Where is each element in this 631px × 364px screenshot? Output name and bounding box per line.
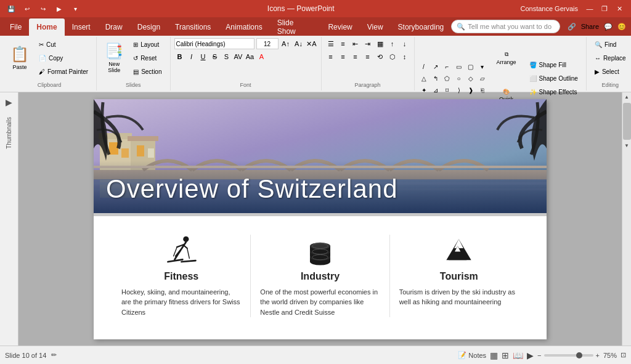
tab-view[interactable]: View xyxy=(360,18,391,36)
section-button[interactable]: ▤ Section xyxy=(129,65,166,78)
copy-button[interactable]: 📄 Copy xyxy=(35,52,92,64)
line-spacing-button[interactable]: ↕ xyxy=(399,51,410,62)
new-slide-button[interactable]: 📑 New Slide xyxy=(100,38,128,78)
font-name-input[interactable] xyxy=(174,38,254,49)
minimize-button[interactable]: — xyxy=(583,2,596,15)
share-button[interactable]: 🔗 xyxy=(568,23,576,31)
shape-diamond[interactable]: ◇ xyxy=(465,73,476,84)
strikethrough-button[interactable]: S xyxy=(210,51,221,62)
shape-line[interactable]: / xyxy=(418,61,429,72)
arrange-button[interactable]: ⧉ Arrange xyxy=(491,38,523,78)
select-button[interactable]: ▶ Select xyxy=(590,65,630,78)
expand-panel-button[interactable]: ▶ xyxy=(6,97,12,107)
zoom-in-button[interactable]: + xyxy=(596,352,600,359)
tab-home[interactable]: Home xyxy=(29,18,64,36)
case-button[interactable]: Aa xyxy=(245,51,256,62)
shape-rtarrow[interactable]: ↰ xyxy=(430,73,441,84)
underline-button[interactable]: U xyxy=(198,51,209,62)
edit-icon[interactable]: ✏ xyxy=(51,351,57,359)
numbering-button[interactable]: ≡ xyxy=(338,38,349,49)
notes-button[interactable]: 📝 Notes xyxy=(458,351,486,359)
layout-button[interactable]: ⊞ Layout xyxy=(129,38,166,51)
comments-icon[interactable]: 💬 xyxy=(604,23,613,31)
shape-outline-button[interactable]: ⬜ Shape Outline xyxy=(525,72,582,84)
customize-quick-btn[interactable]: ▾ xyxy=(69,2,81,15)
align-left-button[interactable]: ≡ xyxy=(325,51,336,62)
scroll-thumb[interactable] xyxy=(623,103,631,140)
tell-me-search[interactable]: 🔍 Tell me what you want to do xyxy=(451,20,560,33)
shape-triangle[interactable]: △ xyxy=(418,73,429,84)
smart-art-button[interactable]: ⬡ xyxy=(387,51,398,62)
font-decrease-button[interactable]: A↓ xyxy=(293,38,304,49)
paragraph-up-button[interactable]: ↑ xyxy=(387,38,398,49)
close-button[interactable]: ✕ xyxy=(613,2,626,15)
scroll-up-button[interactable]: ▲ xyxy=(622,92,632,102)
paragraph-down-button[interactable]: ↓ xyxy=(399,38,410,49)
shape-rect[interactable]: ▭ xyxy=(454,61,465,72)
scroll-down-button[interactable]: ▼ xyxy=(622,141,632,150)
tab-slideshow[interactable]: Slide Show xyxy=(270,18,321,36)
cut-button[interactable]: ✂ Cut xyxy=(35,38,92,51)
shape-para[interactable]: ▱ xyxy=(477,73,488,84)
bold-button[interactable]: B xyxy=(174,51,185,62)
tab-file[interactable]: File xyxy=(2,18,29,36)
tab-design[interactable]: Design xyxy=(130,18,168,36)
spacing-button[interactable]: AV xyxy=(233,51,244,62)
zoom-slider[interactable]: − + xyxy=(537,352,600,359)
slideshow-button[interactable]: ▶ xyxy=(527,350,534,360)
scrollbar[interactable]: ▲ ▼ xyxy=(622,92,631,346)
shape-rounded[interactable]: ▢ xyxy=(465,61,476,72)
reset-button[interactable]: ↺ Reset xyxy=(129,52,166,64)
redo-quick-btn[interactable]: ↪ xyxy=(37,2,49,15)
zoom-track[interactable] xyxy=(544,354,593,357)
shape-fill-button[interactable]: 🪣 Shape Fill xyxy=(525,59,582,71)
bullets-button[interactable]: ☰ xyxy=(325,38,336,49)
fit-button[interactable]: ⊡ xyxy=(621,351,626,359)
present-quick-btn[interactable]: ▶ xyxy=(53,2,65,15)
save-quick-btn[interactable]: 💾 xyxy=(5,2,17,15)
font-size-input[interactable] xyxy=(256,38,279,49)
shadow-button[interactable]: S xyxy=(221,51,232,62)
align-right-button[interactable]: ≡ xyxy=(350,51,361,62)
shape-arrow[interactable]: ↗ xyxy=(430,61,441,72)
tab-storyboarding[interactable]: Storyboarding xyxy=(391,18,452,36)
slide-sorter-button[interactable]: ⊞ xyxy=(502,350,509,360)
clipboard-actions: ✂ Cut 📄 Copy 🖌 Format Painter xyxy=(35,38,92,78)
tab-draw[interactable]: Draw xyxy=(98,18,130,36)
skier-icon xyxy=(165,235,198,271)
replace-button[interactable]: ↔ Replace xyxy=(590,52,630,64)
shape-connector[interactable]: ⌐ xyxy=(442,61,453,72)
indent-more-button[interactable]: ⇥ xyxy=(362,38,373,49)
justify-button[interactable]: ≡ xyxy=(362,51,373,62)
paste-button[interactable]: 📋 Paste xyxy=(6,38,33,78)
cut-icon: ✂ xyxy=(39,41,44,48)
text-direction-button[interactable]: ⟲ xyxy=(375,51,386,62)
zoom-out-button[interactable]: − xyxy=(537,352,541,359)
format-painter-button[interactable]: 🖌 Format Painter xyxy=(35,65,92,78)
shape-pentagon[interactable]: ⬠ xyxy=(442,73,453,84)
font-color-button[interactable]: A xyxy=(256,51,267,62)
share-label[interactable]: Share xyxy=(581,23,599,30)
clear-format-button[interactable]: ✕A xyxy=(306,38,317,49)
tab-insert[interactable]: Insert xyxy=(65,18,98,36)
columns-button[interactable]: ▦ xyxy=(375,38,386,49)
tab-review[interactable]: Review xyxy=(320,18,359,36)
tab-transitions[interactable]: Transitions xyxy=(168,18,218,36)
slide[interactable]: Overview of Switzerland xyxy=(94,99,547,339)
find-button[interactable]: 🔍 Find xyxy=(590,38,630,51)
slide-title[interactable]: Overview of Switzerland xyxy=(106,174,534,204)
align-center-button[interactable]: ≡ xyxy=(338,51,349,62)
restore-button[interactable]: ❐ xyxy=(598,2,611,15)
indent-less-button[interactable]: ⇤ xyxy=(350,38,361,49)
shape-circle[interactable]: ○ xyxy=(454,73,465,84)
shape-more[interactable]: ▾ xyxy=(477,61,488,72)
italic-button[interactable]: I xyxy=(186,51,197,62)
tab-animations[interactable]: Animations xyxy=(218,18,269,36)
undo-quick-btn[interactable]: ↩ xyxy=(21,2,33,15)
zoom-level[interactable]: 75% xyxy=(603,352,617,359)
clipboard-group-label: Clipboard xyxy=(38,82,62,89)
replace-icon: ↔ xyxy=(595,55,601,62)
normal-view-button[interactable]: ▦ xyxy=(490,350,498,360)
font-increase-button[interactable]: A↑ xyxy=(280,38,291,49)
reading-view-button[interactable]: 📖 xyxy=(513,350,523,360)
